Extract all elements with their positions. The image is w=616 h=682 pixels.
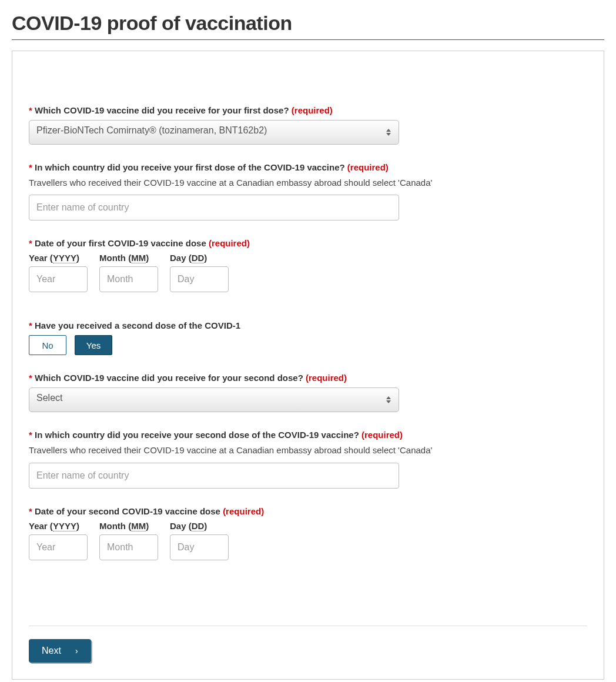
dose2-vaccine-select[interactable]: Select xyxy=(29,387,399,412)
label-text: In which country did you receive your fi… xyxy=(35,162,345,172)
label-text: In which country did you receive your se… xyxy=(35,430,359,440)
dose2-vaccine-group: * Which COVID-19 vaccine did you receive… xyxy=(29,372,587,412)
chevron-right-icon: › xyxy=(75,646,78,656)
dose1-date-group: * Date of your first COVID-19 vaccine do… xyxy=(29,237,587,292)
dose2-year-input[interactable] xyxy=(29,534,88,560)
required-text: (required) xyxy=(306,373,347,383)
dose2-country-group: * In which country did you receive your … xyxy=(29,429,587,488)
dose2-year-label: Year (YYYY) xyxy=(29,521,88,531)
required-text: (required) xyxy=(347,162,389,172)
dose2-day-label: Day (DD) xyxy=(170,521,229,531)
dose1-date-label: * Date of your first COVID-19 vaccine do… xyxy=(29,237,587,249)
dose1-country-hint: Travellers who received their COVID-19 v… xyxy=(29,177,587,189)
required-star: * xyxy=(29,162,32,172)
dose1-year-label: Year (YYYY) xyxy=(29,253,88,263)
dose1-country-group: * In which country did you receive your … xyxy=(29,161,587,220)
required-text: (required) xyxy=(209,238,250,248)
dose2-date-row: Year (YYYY) Month (MM) Day (DD) xyxy=(29,521,587,560)
dose2-month-col: Month (MM) xyxy=(99,521,158,560)
title-divider xyxy=(12,39,604,40)
dose2-country-input[interactable] xyxy=(29,463,399,489)
dose1-country-label: * In which country did you receive your … xyxy=(29,161,587,173)
dose2-month-label: Month (MM) xyxy=(99,521,158,531)
dose1-vaccine-group: * Which COVID-19 vaccine did you receive… xyxy=(29,104,587,145)
dose1-month-label: Month (MM) xyxy=(99,253,158,263)
select-caret-icon xyxy=(386,128,392,136)
next-button[interactable]: Next › xyxy=(29,639,91,663)
dose1-country-input[interactable] xyxy=(29,195,399,220)
next-button-label: Next xyxy=(42,646,61,656)
required-star: * xyxy=(29,506,32,516)
dose1-year-col: Year (YYYY) xyxy=(29,253,88,292)
dose2-country-hint: Travellers who received their COVID-19 v… xyxy=(29,444,587,456)
label-text: Which COVID-19 vaccine did you receive f… xyxy=(35,373,303,383)
footer-divider xyxy=(29,626,587,626)
dose2-has-buttons: No Yes xyxy=(29,335,587,355)
form-footer: Next › xyxy=(29,602,587,663)
required-star: * xyxy=(29,105,32,115)
dose2-date-group: * Date of your second COVID-19 vaccine d… xyxy=(29,505,587,560)
required-star: * xyxy=(29,430,32,440)
dose1-day-col: Day (DD) xyxy=(170,253,229,292)
dose2-date-label: * Date of your second COVID-19 vaccine d… xyxy=(29,505,587,517)
dose1-vaccine-select-wrapper: Pfizer-BioNTech Comirnaty® (tozinameran,… xyxy=(29,120,399,145)
dose2-vaccine-label: * Which COVID-19 vaccine did you receive… xyxy=(29,372,587,384)
label-text: Which COVID-19 vaccine did you receive f… xyxy=(35,105,289,115)
dose2-has-label: * Have you received a second dose of the… xyxy=(29,319,587,332)
required-text: (required) xyxy=(223,506,264,516)
dose2-day-col: Day (DD) xyxy=(170,521,229,560)
dose2-month-input[interactable] xyxy=(99,534,158,560)
dose2-country-label: * In which country did you receive your … xyxy=(29,429,587,441)
dose1-day-label: Day (DD) xyxy=(170,253,229,263)
dose2-has-group: * Have you received a second dose of the… xyxy=(29,319,587,355)
select-caret-icon xyxy=(386,396,392,404)
label-text: Date of your second COVID-19 vaccine dos… xyxy=(35,506,220,516)
dose2-vaccine-select-wrapper: Select xyxy=(29,387,399,412)
dose1-year-input[interactable] xyxy=(29,266,88,292)
dose2-yes-button[interactable]: Yes xyxy=(75,335,112,355)
required-star: * xyxy=(29,238,32,248)
label-text: Have you received a second dose of the C… xyxy=(35,320,240,330)
page-title: COVID-19 proof of vaccination xyxy=(12,12,604,35)
dose2-year-col: Year (YYYY) xyxy=(29,521,88,560)
label-text: Date of your first COVID-19 vaccine dose xyxy=(35,238,206,248)
required-text: (required) xyxy=(361,430,403,440)
required-star: * xyxy=(29,373,32,383)
required-text: (required) xyxy=(292,105,333,115)
form-panel: * Which COVID-19 vaccine did you receive… xyxy=(12,51,604,680)
required-star: * xyxy=(29,320,32,330)
dose1-month-input[interactable] xyxy=(99,266,158,292)
dose1-day-input[interactable] xyxy=(170,266,229,292)
dose1-vaccine-select[interactable]: Pfizer-BioNTech Comirnaty® (tozinameran,… xyxy=(29,120,399,145)
dose1-vaccine-label: * Which COVID-19 vaccine did you receive… xyxy=(29,104,587,116)
dose1-date-row: Year (YYYY) Month (MM) Day (DD) xyxy=(29,253,587,292)
dose2-day-input[interactable] xyxy=(170,534,229,560)
dose1-month-col: Month (MM) xyxy=(99,253,158,292)
dose2-no-button[interactable]: No xyxy=(29,335,66,355)
